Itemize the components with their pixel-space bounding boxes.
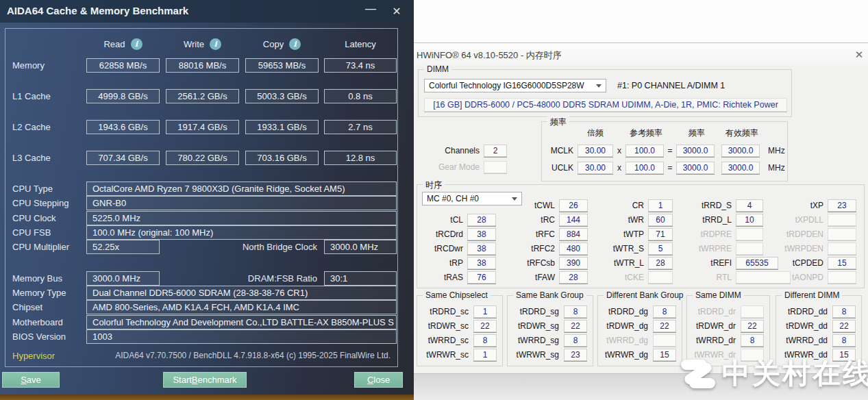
group-different-bank-group: Different Bank Group tRDRD_dg8 tRDWR_dg2… [597,295,682,366]
label-memory-type: Memory Type [12,288,66,298]
frequency-group: 频率 倍频 参考频率 频率 有效频率 MCLK 30.00 x 100.0 = … [541,121,788,182]
info-icon[interactable]: i [210,38,221,50]
l2-write-value: 1917.4 GB/s [166,120,239,134]
RTL-label: RTL [688,273,732,282]
hwinfo-titlebar: HWiNFO® 64 v8.10-5520 - 内存时序 ✕ [414,43,868,65]
start-button-label: Start [173,375,191,385]
dimm-group: DIMM Colorful Technology IG16G6000D5SP28… [418,69,792,117]
tRAS-label: tRAS [419,273,463,282]
tWTR_S-value: 5 [648,242,673,255]
close-button[interactable]: Close [354,372,403,388]
field-tRDRD_dd: tRDRD_dd8 [776,304,861,318]
l1-latency-value: 0.8 ns [324,89,397,103]
tRDWR_sg-label: tRDWR_sg [509,321,559,331]
tRCDwr-value: 38 [467,242,496,255]
field-CR: CR1 [602,199,673,212]
tRRD_L-label: tRRD_L [688,215,732,225]
equals-operator: = [664,146,676,155]
tAONPD-value [828,271,856,284]
tWRRD_dd-value: 8 [832,334,856,347]
cpu-clock-value: 5225.0 MHz [86,211,397,225]
cpu-type-value: OctalCore AMD Ryzen 7 9800X3D (Granite R… [86,182,397,196]
column-header-latency: Latency [324,37,397,51]
tWTP-value: 71 [648,228,673,240]
memory-copy-value: 59653 MB/s [245,58,319,73]
label-dram-fsb-ratio: DRAM:FSB Ratio [211,273,317,284]
tWTR_L-label: tWTR_L [602,258,644,268]
l2-read-value: 1943.6 GB/s [86,120,160,134]
tWTR_L-value: 28 [648,257,673,269]
tRDRD_sg-value: 8 [564,305,587,318]
equals-operator: = [664,163,676,173]
write-header-label: Write [184,39,204,49]
channels-value: 2 [484,145,507,157]
timings-group-label: 时序 [423,179,445,191]
field-tRDWR_dg: tRDWR_dg22 [598,318,682,333]
close-icon[interactable]: ✕ [386,3,407,18]
tWRRD_dg-label: tWRRD_dg [599,336,648,345]
tCL-value: 28 [467,214,496,226]
tRDRD_dg-label: tRDRD_dg [599,307,648,316]
field-tRRD_L: tRRD_L10 [688,213,763,227]
start-benchmark-button[interactable]: Start Benchmark [163,372,247,388]
memory-controller-dropdown[interactable]: MC #0, CH #0 [422,192,522,205]
field-tREFI: tREFI65535 [688,256,778,270]
dimm-select-dropdown[interactable]: Colorful Technology IG16G6000D5SP28W [424,79,606,92]
label-cpu-multiplier: CPU Multiplier [12,242,69,252]
field-tXPDLL: tXPDLL [778,213,856,227]
tRCDwr-label: tRCDwr [419,244,463,253]
tWRWR_sg-label: tWRWR_sg [509,350,559,360]
tWRRD_sc-label: tWRRD_sc [419,336,469,345]
uclk-refclock-value: 100.0 [625,162,664,174]
tAONPD-label: tAONPD [778,273,823,282]
field-tXP: tXP23 [778,199,856,212]
tXPDLL-label: tXPDLL [778,215,823,225]
tCPDED-value: 15 [828,257,856,269]
aida64-benchmark-window: AIDA64 Cache & Memory Benchmark — ✕ Read… [0,0,414,395]
tWR-value: 60 [648,214,673,226]
l2-copy-value: 1933.1 GB/s [245,120,319,134]
label-chipset: Chipset [12,302,42,312]
close-button-key: C [367,375,373,385]
l3-write-value: 780.22 GB/s [166,151,239,165]
chipset-value: AMD 800-Series, AMD K1A.4 FCH, AMD K1A.4… [86,300,397,314]
tWTR_S-label: tWTR_S [602,244,644,253]
tWRWR_sc-label: tWRWR_sc [419,350,469,360]
motherboard-value: Colorful Technology And Development Co.,… [86,315,397,329]
read-header-label: Read [103,39,125,49]
memory-latency-value: 73.4 ns [324,58,397,73]
tWRRD_dr-label: tWRRD_dr [689,336,736,345]
start-button-key: B [192,375,198,385]
field-tWRWR_dg: tWRWR_dg15 [598,347,682,362]
field-tWRRD_dd: tWRRD_dd8 [776,333,861,347]
label-motherboard: Motherboard [12,317,63,327]
save-button[interactable]: Save [2,372,60,388]
l1-read-value: 4999.8 GB/s [86,89,160,103]
tRP-label: tRP [419,258,463,268]
field-tRDRD_sg: tRDRD_sg8 [508,304,593,318]
tRC-label: tRC [511,215,555,225]
tRDRD_dd-value: 8 [832,305,856,318]
tRFC2-value: 480 [559,242,588,255]
tWRRD_dr-value: 8 [741,334,764,347]
field-tWTP: tWTP71 [602,227,673,241]
tXPDLL-value [828,214,856,226]
bios-version-value: 1003 [86,329,397,344]
field-tRDPRE: tRDPRE [688,227,763,241]
tWRPRE-label: tWRPRE [688,244,732,253]
info-icon[interactable]: i [289,38,301,50]
close-button-label: lose [373,375,390,385]
info-icon[interactable]: i [131,38,142,50]
close-icon[interactable]: ✕ [851,47,867,62]
tRDPDEN-value [828,228,856,240]
uclk-row: UCLK 30.00 x 100.0 = 3000.0 3000.0 MHz [543,161,785,175]
minimize-icon[interactable]: — [360,1,381,16]
field-tRDWR_dd: tRDWR_dd22 [776,318,861,333]
tRDPRE-value [736,228,763,240]
dimm-module-info: [16 GB] DDR5-6000 / PC5-48000 DDR5 SDRAM… [424,98,787,112]
tRCDrd-value: 38 [467,228,496,240]
field-tRDWR_sg: tRDWR_sg22 [508,318,593,333]
latency-header-label: Latency [345,39,376,49]
tRDWR_dr-label: tRDWR_dr [689,321,736,331]
memory-type-value: Dual Channel DDR5-6000 SDRAM (28-38-38-7… [86,286,397,300]
